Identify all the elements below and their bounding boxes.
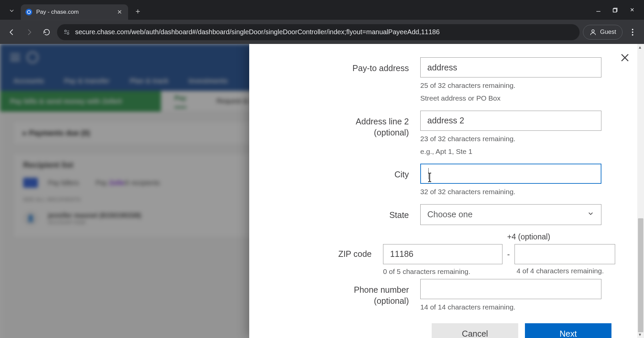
tab-favicon: [25, 9, 32, 15]
nav-reload-button[interactable]: [40, 25, 54, 39]
state-label: State: [276, 204, 420, 221]
tab-bar: Pay - chase.com ✕ + ✕: [0, 0, 644, 20]
browser-menu-button[interactable]: [626, 25, 639, 39]
svg-point-5: [65, 30, 67, 32]
pay-to-address-counter: 25 of 32 characters remaining.: [420, 81, 601, 90]
window-close-button[interactable]: ✕: [628, 7, 636, 13]
next-button[interactable]: Next: [525, 323, 611, 338]
zip-plus4-label: +4 (optional): [507, 232, 617, 241]
zip-input[interactable]: [383, 244, 502, 264]
address-line-2-counter: 23 of 32 characters remaining.: [420, 134, 601, 144]
tab-title: Pay - chase.com: [36, 9, 79, 15]
site-info-icon[interactable]: [63, 29, 70, 36]
state-select[interactable]: Choose one: [420, 204, 601, 225]
city-input[interactable]: [420, 164, 601, 184]
window-controls: ✕: [594, 0, 644, 20]
nav-back-button[interactable]: [5, 25, 19, 39]
zip-dash: -: [507, 249, 510, 259]
field-phone: Phone number (optional) 14 of 14 charact…: [276, 279, 617, 312]
cancel-button[interactable]: Cancel: [432, 323, 518, 338]
pay-to-address-input[interactable]: [420, 57, 601, 77]
profile-icon: [589, 29, 597, 36]
svg-point-6: [67, 32, 69, 34]
pay-to-address-label: Pay-to address: [276, 57, 420, 74]
state-placeholder: Choose one: [427, 210, 473, 219]
address-line-2-input[interactable]: [420, 111, 601, 131]
pay-to-address-hint: Street address or PO Box: [420, 94, 601, 103]
browser-chrome: Pay - chase.com ✕ + ✕ secure.chase.com/w…: [0, 0, 644, 44]
window-maximize-button[interactable]: [611, 7, 619, 13]
address-line-2-label: Address line 2 (optional): [276, 111, 420, 139]
svg-point-11: [632, 31, 633, 33]
new-tab-button[interactable]: +: [131, 5, 144, 18]
scroll-up-icon[interactable]: ▲: [637, 44, 643, 51]
field-city: City 32 of 32 characters remaining.: [276, 164, 617, 196]
form-button-row: Cancel Next: [432, 323, 617, 338]
window-minimize-button[interactable]: [594, 7, 602, 13]
scroll-down-icon[interactable]: ▼: [637, 331, 643, 338]
city-counter: 32 of 32 characters remaining.: [420, 187, 601, 196]
profile-label: Guest: [600, 29, 616, 36]
address-line-2-hint: e.g., Apt 1, Ste 1: [420, 147, 601, 156]
nav-forward-button[interactable]: [22, 25, 36, 39]
zip-label: ZIP code: [276, 232, 383, 260]
svg-point-9: [592, 30, 594, 32]
svg-point-10: [632, 29, 633, 30]
field-state: State Choose one: [276, 204, 617, 225]
field-pay-to-address: Pay-to address 25 of 32 characters remai…: [276, 57, 617, 103]
phone-label: Phone number (optional): [276, 279, 420, 307]
scroll-thumb[interactable]: [638, 218, 643, 332]
text-caret: [428, 168, 429, 179]
svg-point-12: [632, 34, 633, 35]
zip-counter: 0 of 5 characters remaining.: [383, 268, 502, 276]
tab-search-button[interactable]: [5, 4, 19, 18]
payee-form: Pay-to address 25 of 32 characters remai…: [249, 44, 644, 338]
phone-input[interactable]: [420, 279, 601, 299]
field-zip: ZIP code +4 (optional) - 0 of 5 characte…: [276, 232, 617, 276]
svg-rect-3: [613, 9, 616, 12]
close-icon: [619, 52, 631, 63]
city-label: City: [276, 164, 420, 180]
url-text: secure.chase.com/web/auth/dashboard#/das…: [75, 28, 440, 36]
field-address-line-2: Address line 2 (optional) 23 of 32 chara…: [276, 111, 617, 157]
tab-close-button[interactable]: ✕: [116, 7, 123, 17]
flyout-scrollbar[interactable]: ▲ ▼: [637, 44, 644, 338]
page-content: Accounts Pay & transfer Plan & track Inv…: [0, 44, 644, 338]
browser-tab-active[interactable]: Pay - chase.com ✕: [21, 4, 128, 20]
url-input[interactable]: secure.chase.com/web/auth/dashboard#/das…: [57, 24, 580, 40]
chevron-down-icon: [587, 210, 594, 219]
flyout-close-button[interactable]: [619, 52, 631, 65]
profile-button[interactable]: Guest: [583, 25, 623, 40]
address-bar: secure.chase.com/web/auth/dashboard#/das…: [0, 20, 644, 44]
svg-point-0: [27, 10, 30, 13]
zip-plus4-input[interactable]: [515, 244, 615, 264]
phone-counter: 14 of 14 characters remaining.: [420, 302, 601, 312]
zip-plus4-counter: 4 of 4 characters remaining.: [517, 267, 617, 276]
flyout-panel: Pay-to address 25 of 32 characters remai…: [249, 44, 644, 338]
